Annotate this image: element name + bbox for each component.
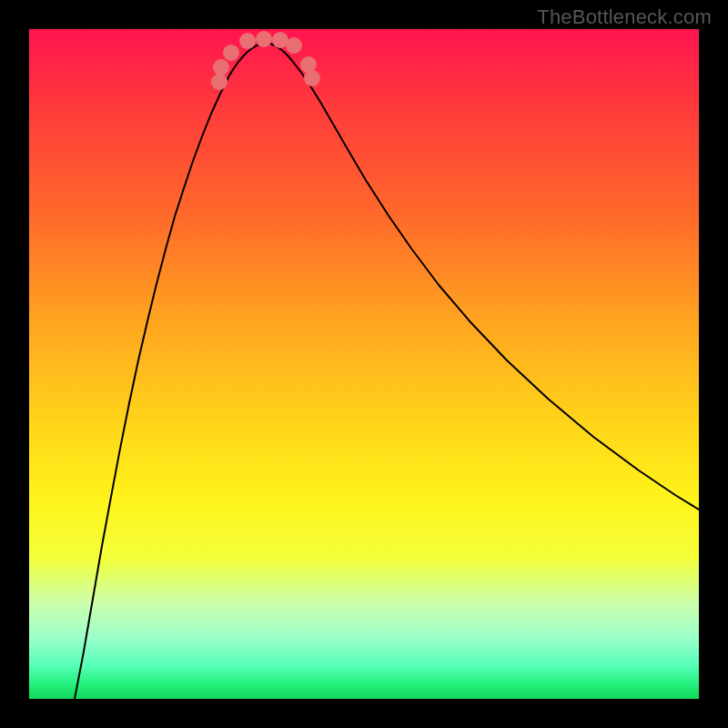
attribution-label: TheBottleneck.com xyxy=(537,5,712,29)
marker-dot xyxy=(256,31,272,47)
marker-dot xyxy=(286,37,302,54)
series-left-branch xyxy=(75,43,266,699)
marker-dot xyxy=(239,33,256,49)
marker-dot xyxy=(304,70,320,86)
plot-area xyxy=(29,29,699,699)
marker-dot xyxy=(223,45,239,61)
marker-dot xyxy=(213,59,229,76)
marker-dot xyxy=(211,74,228,90)
chart-frame: TheBottleneck.com xyxy=(0,0,728,728)
curve-layer xyxy=(29,29,699,699)
series-right-branch xyxy=(266,43,699,510)
